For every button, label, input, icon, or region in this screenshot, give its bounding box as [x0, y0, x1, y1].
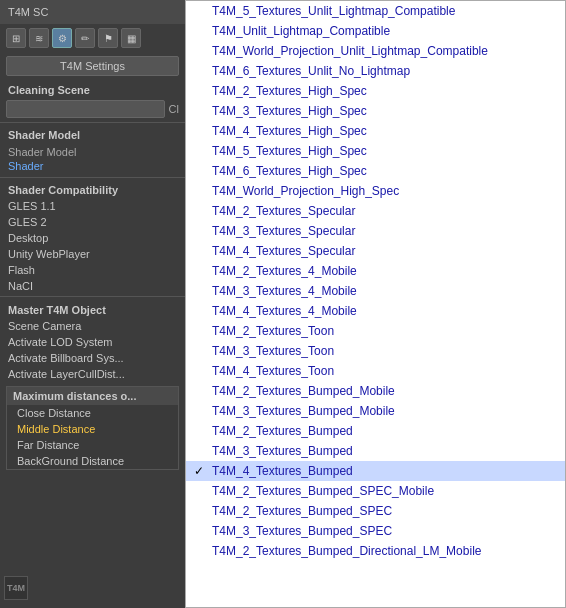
action-billboard[interactable]: Activate Billboard Sys...	[0, 350, 185, 366]
dropdown-item-16[interactable]: T4M_2_Textures_Toon	[186, 321, 565, 341]
toolbar-layers-icon[interactable]: ▦	[121, 28, 141, 48]
clear-button[interactable]: Cl	[169, 103, 179, 115]
max-distances-box: Maximum distances o... Close Distance Mi…	[6, 386, 179, 470]
dropdown-item-label-8: T4M_6_Textures_High_Spec	[212, 164, 367, 178]
master-t4m-section: Master T4M Object	[0, 299, 185, 318]
window-title-bar: T4M SC	[0, 0, 185, 24]
compat-webplayer[interactable]: Unity WebPlayer	[0, 246, 185, 262]
dropdown-item-label-25: T4M_2_Textures_Bumped_SPEC	[212, 504, 392, 518]
search-row: Cl	[0, 98, 185, 120]
dropdown-item-3[interactable]: T4M_6_Textures_Unlit_No_Lightmap	[186, 61, 565, 81]
dropdown-item-label-19: T4M_2_Textures_Bumped_Mobile	[212, 384, 395, 398]
dropdown-item-label-17: T4M_3_Textures_Toon	[212, 344, 334, 358]
compat-gles2[interactable]: GLES 2	[0, 214, 185, 230]
dropdown-item-label-16: T4M_2_Textures_Toon	[212, 324, 334, 338]
dropdown-item-17[interactable]: T4M_3_Textures_Toon	[186, 341, 565, 361]
search-input[interactable]	[6, 100, 165, 118]
dist-far[interactable]: Far Distance	[7, 437, 178, 453]
action-layercull[interactable]: Activate LayerCullDist...	[0, 366, 185, 382]
divider-1	[0, 122, 185, 123]
dropdown-item-label-21: T4M_2_Textures_Bumped	[212, 424, 353, 438]
dropdown-item-label-26: T4M_3_Textures_Bumped_SPEC	[212, 524, 392, 538]
dist-background[interactable]: BackGround Distance	[7, 453, 178, 469]
dropdown-item-26[interactable]: T4M_3_Textures_Bumped_SPEC	[186, 521, 565, 541]
action-lod-system[interactable]: Activate LOD System	[0, 334, 185, 350]
dropdown-item-label-15: T4M_4_Textures_4_Mobile	[212, 304, 357, 318]
toolbar: ⊞ ≋ ⚙ ✏ ⚑ ▦	[0, 24, 185, 52]
divider-3	[0, 296, 185, 297]
dropdown-item-2[interactable]: T4M_World_Projection_Unlit_Lightmap_Comp…	[186, 41, 565, 61]
dropdown-item-label-24: T4M_2_Textures_Bumped_SPEC_Mobile	[212, 484, 434, 498]
dropdown-item-12[interactable]: T4M_4_Textures_Specular	[186, 241, 565, 261]
toolbar-grid-icon[interactable]: ⊞	[6, 28, 26, 48]
dropdown-item-label-10: T4M_2_Textures_Specular	[212, 204, 355, 218]
dropdown-item-label-1: T4M_Unlit_Lightmap_Compatible	[212, 24, 390, 38]
dropdown-item-5[interactable]: T4M_3_Textures_High_Spec	[186, 101, 565, 121]
dropdown-item-9[interactable]: T4M_World_Projection_High_Spec	[186, 181, 565, 201]
dropdown-item-0[interactable]: T4M_5_Textures_Unlit_Lightmap_Compatible	[186, 1, 565, 21]
t4m-settings-button[interactable]: T4M Settings	[6, 56, 179, 76]
compat-flash[interactable]: Flash	[0, 262, 185, 278]
shader-model-label: Shader Model	[0, 143, 185, 159]
compat-gles11[interactable]: GLES 1.1	[0, 198, 185, 214]
dropdown-item-label-23: T4M_4_Textures_Bumped	[212, 464, 353, 478]
dropdown-item-15[interactable]: T4M_4_Textures_4_Mobile	[186, 301, 565, 321]
dropdown-item-label-18: T4M_4_Textures_Toon	[212, 364, 334, 378]
dropdown-item-8[interactable]: T4M_6_Textures_High_Spec	[186, 161, 565, 181]
shader-model-value[interactable]: Shader	[0, 159, 185, 175]
dist-middle[interactable]: Middle Distance	[7, 421, 178, 437]
toolbar-flag-icon[interactable]: ⚑	[98, 28, 118, 48]
dropdown-item-22[interactable]: T4M_3_Textures_Bumped	[186, 441, 565, 461]
action-scene-camera[interactable]: Scene Camera	[0, 318, 185, 334]
shader-compat-section: Shader Compatibility	[0, 180, 185, 198]
dropdown-item-label-11: T4M_3_Textures_Specular	[212, 224, 355, 238]
dropdown-item-14[interactable]: T4M_3_Textures_4_Mobile	[186, 281, 565, 301]
dropdown-item-label-4: T4M_2_Textures_High_Spec	[212, 84, 367, 98]
dropdown-item-25[interactable]: T4M_2_Textures_Bumped_SPEC	[186, 501, 565, 521]
dropdown-item-label-14: T4M_3_Textures_4_Mobile	[212, 284, 357, 298]
dropdown-item-7[interactable]: T4M_5_Textures_High_Spec	[186, 141, 565, 161]
dropdown-item-11[interactable]: T4M_3_Textures_Specular	[186, 221, 565, 241]
cleaning-scene-section: Cleaning Scene	[0, 80, 185, 98]
divider-2	[0, 177, 185, 178]
shader-model-section: Shader Model	[0, 125, 185, 143]
toolbar-pencil-icon[interactable]: ✏	[75, 28, 95, 48]
dropdown-item-label-3: T4M_6_Textures_Unlit_No_Lightmap	[212, 64, 410, 78]
compat-desktop[interactable]: Desktop	[0, 230, 185, 246]
max-distances-header: Maximum distances o...	[7, 387, 178, 405]
dropdown-item-label-9: T4M_World_Projection_High_Spec	[212, 184, 399, 198]
dropdown-item-18[interactable]: T4M_4_Textures_Toon	[186, 361, 565, 381]
window-title: T4M SC	[8, 6, 48, 18]
toolbar-wave-icon[interactable]: ≋	[29, 28, 49, 48]
dropdown-item-label-12: T4M_4_Textures_Specular	[212, 244, 355, 258]
dropdown-item-19[interactable]: T4M_2_Textures_Bumped_Mobile	[186, 381, 565, 401]
compat-naci[interactable]: NaCI	[0, 278, 185, 294]
left-panel: T4M SC ⊞ ≋ ⚙ ✏ ⚑ ▦ T4M Settings Cleaning…	[0, 0, 185, 608]
dropdown-item-20[interactable]: T4M_3_Textures_Bumped_Mobile	[186, 401, 565, 421]
dropdown-item-24[interactable]: T4M_2_Textures_Bumped_SPEC_Mobile	[186, 481, 565, 501]
dropdown-item-23[interactable]: ✓T4M_4_Textures_Bumped	[186, 461, 565, 481]
dropdown-item-label-5: T4M_3_Textures_High_Spec	[212, 104, 367, 118]
dropdown-item-4[interactable]: T4M_2_Textures_High_Spec	[186, 81, 565, 101]
dropdown-item-label-6: T4M_4_Textures_High_Spec	[212, 124, 367, 138]
dropdown-item-label-20: T4M_3_Textures_Bumped_Mobile	[212, 404, 395, 418]
dist-close[interactable]: Close Distance	[7, 405, 178, 421]
dropdown-item-1[interactable]: T4M_Unlit_Lightmap_Compatible	[186, 21, 565, 41]
t4m-corner-label: T4M	[4, 576, 28, 600]
dropdown-item-label-27: T4M_2_Textures_Bumped_Directional_LM_Mob…	[212, 544, 481, 558]
dropdown-item-label-13: T4M_2_Textures_4_Mobile	[212, 264, 357, 278]
dropdown-item-27[interactable]: T4M_2_Textures_Bumped_Directional_LM_Mob…	[186, 541, 565, 561]
dropdown-item-6[interactable]: T4M_4_Textures_High_Spec	[186, 121, 565, 141]
dropdown-item-13[interactable]: T4M_2_Textures_4_Mobile	[186, 261, 565, 281]
dropdown-item-21[interactable]: T4M_2_Textures_Bumped	[186, 421, 565, 441]
check-icon-23: ✓	[194, 464, 208, 478]
dropdown-item-label-0: T4M_5_Textures_Unlit_Lightmap_Compatible	[212, 4, 455, 18]
dropdown-item-10[interactable]: T4M_2_Textures_Specular	[186, 201, 565, 221]
dropdown-item-label-2: T4M_World_Projection_Unlit_Lightmap_Comp…	[212, 44, 488, 58]
dropdown-item-label-7: T4M_5_Textures_High_Spec	[212, 144, 367, 158]
toolbar-gear-icon[interactable]: ⚙	[52, 28, 72, 48]
shader-dropdown-list[interactable]: T4M_5_Textures_Unlit_Lightmap_Compatible…	[185, 0, 566, 608]
dropdown-item-label-22: T4M_3_Textures_Bumped	[212, 444, 353, 458]
